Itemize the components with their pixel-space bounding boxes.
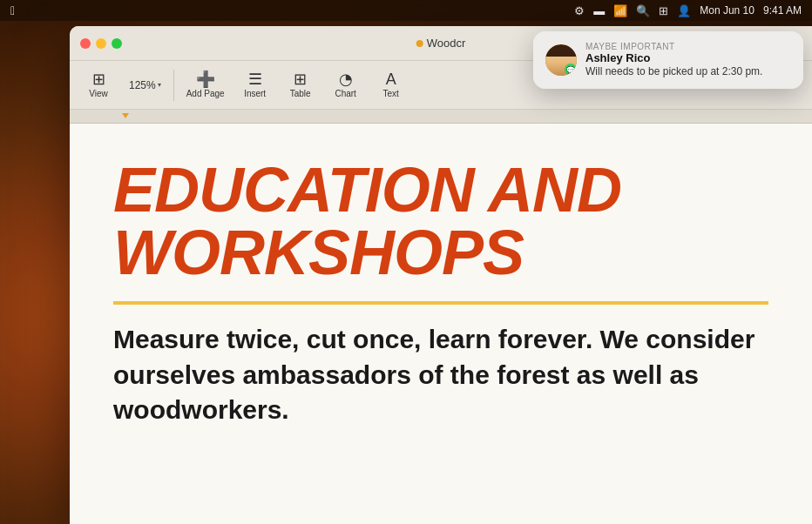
chart-icon: ◔ — [339, 71, 353, 87]
add-page-icon: ➕ — [196, 71, 215, 87]
wifi-icon[interactable]: 📶 — [613, 4, 627, 17]
ruler-marker — [122, 113, 129, 118]
chart-button[interactable]: ◔ Chart — [324, 68, 368, 102]
apple-menu-icon[interactable]:  — [10, 3, 15, 17]
search-icon[interactable]: 🔍 — [636, 4, 650, 17]
gear-icon[interactable]: ⚙ — [574, 4, 585, 17]
text-label: Text — [382, 89, 398, 98]
title-dot-icon — [416, 40, 423, 47]
window-title: Woodcr — [416, 37, 466, 50]
table-icon: ⊞ — [294, 71, 307, 87]
view-icon: ⊞ — [92, 71, 105, 87]
window-title-text: Woodcr — [427, 37, 466, 50]
insert-label: Insert — [244, 89, 266, 98]
avatar: 💬 — [545, 44, 577, 76]
menubar-date: Mon Jun 10 — [700, 4, 754, 17]
close-button[interactable] — [80, 38, 91, 49]
control-center-icon[interactable]: ⊞ — [659, 4, 668, 17]
add-page-label: Add Page — [186, 89, 225, 98]
view-button[interactable]: ⊞ View — [77, 68, 120, 102]
messages-app-icon: 💬 — [565, 64, 577, 76]
menubar-left:  — [10, 3, 15, 17]
text-button[interactable]: A Text — [369, 68, 413, 102]
document-content: EDUCATION AND WORKSHOPS Measure twice, c… — [70, 124, 812, 463]
document-heading: EDUCATION AND WORKSHOPS — [113, 158, 768, 284]
chart-label: Chart — [335, 89, 355, 98]
add-page-button[interactable]: ➕ Add Page — [179, 68, 232, 102]
heading-line-2: WORKSHOPS — [113, 221, 768, 284]
notification-sender: Ashley Rico — [585, 51, 791, 65]
zoom-control[interactable]: 125% ▾ — [122, 76, 168, 95]
menubar-time: 9:41 AM — [763, 4, 802, 17]
avatar-hair — [545, 44, 577, 57]
maximize-button[interactable] — [112, 38, 122, 49]
notification-category: MAYBE IMPORTANT — [585, 42, 791, 51]
insert-button[interactable]: ☰ Insert — [233, 68, 277, 102]
table-label: Table — [290, 89, 311, 98]
user-avatar-icon[interactable]: 👤 — [677, 4, 691, 17]
notification-message: Will needs to be picked up at 2:30 pm. — [585, 65, 791, 79]
battery-icon[interactable]: ▬ — [593, 4, 605, 17]
menubar:  ⚙ ▬ 📶 🔍 ⊞ 👤 Mon Jun 10 9:41 AM — [0, 0, 812, 21]
zoom-chevron-icon: ▾ — [158, 81, 161, 89]
toolbar-divider-1 — [173, 70, 174, 101]
menubar-right: ⚙ ▬ 📶 🔍 ⊞ 👤 Mon Jun 10 9:41 AM — [574, 4, 802, 17]
notification-content: MAYBE IMPORTANT Ashley Rico Will needs t… — [585, 42, 791, 78]
app-window: Woodcr ⊞ View 125% ▾ ➕ Add Page ☰ Insert… — [70, 26, 812, 524]
notification-banner[interactable]: 💬 MAYBE IMPORTANT Ashley Rico Will needs… — [533, 31, 803, 89]
document-body: Measure twice, cut once, learn forever. … — [113, 322, 768, 428]
traffic-lights — [80, 38, 122, 49]
table-button[interactable]: ⊞ Table — [279, 68, 322, 102]
notification-header: 💬 MAYBE IMPORTANT Ashley Rico Will needs… — [545, 42, 791, 78]
minimize-button[interactable] — [96, 38, 106, 49]
view-label: View — [89, 89, 108, 98]
ruler — [70, 110, 812, 124]
heading-line-1: EDUCATION AND — [113, 158, 768, 221]
document-divider — [113, 301, 768, 305]
text-icon: A — [386, 71, 396, 87]
zoom-value: 125% — [129, 79, 156, 91]
insert-icon: ☰ — [248, 71, 262, 87]
